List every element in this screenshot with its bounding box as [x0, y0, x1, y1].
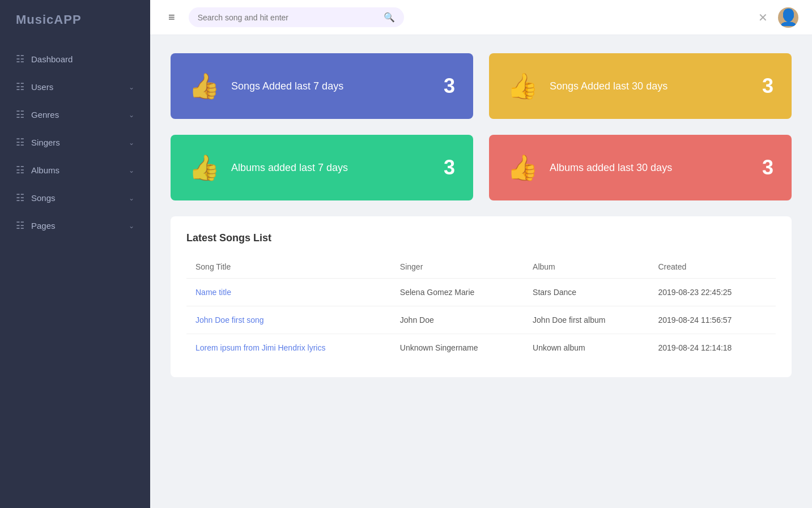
- stat-count-songs-7d: 3: [444, 74, 455, 98]
- stat-count-songs-30d: 3: [762, 74, 773, 98]
- albums-icon: ☷: [16, 164, 24, 176]
- chevron-down-icon-pages: ⌄: [129, 222, 134, 230]
- stat-count-albums-7d: 3: [444, 156, 455, 180]
- expand-icon[interactable]: ✕: [758, 11, 768, 24]
- sidebar-item-dashboard[interactable]: ☷ Dashboard: [0, 45, 150, 73]
- song-singer-0: Selena Gomez Marie: [391, 279, 524, 306]
- dashboard-icon: ☷: [16, 53, 24, 65]
- chevron-down-icon-songs: ⌄: [129, 194, 134, 202]
- sidebar-item-label-genres: Genres: [31, 110, 59, 119]
- chevron-down-icon-genres: ⌄: [129, 111, 134, 119]
- song-title-link-0[interactable]: Name title: [195, 288, 231, 297]
- chevron-down-icon-users: ⌄: [129, 83, 134, 91]
- genres-icon: ☷: [16, 109, 24, 121]
- main-area: ≡ 🔍 ✕ 👤 👍 Songs Added last 7 days 3: [150, 0, 812, 508]
- song-album-1: John Doe first album: [524, 306, 649, 334]
- songs-table-body: Name title Selena Gomez Marie Stars Danc…: [186, 279, 776, 362]
- song-created-1: 2019-08-24 11:56:57: [649, 306, 776, 334]
- search-icon: 🔍: [384, 12, 395, 23]
- chevron-down-icon-albums: ⌄: [129, 167, 134, 174]
- col-header-created: Created: [649, 255, 776, 279]
- col-header-title: Song Title: [186, 255, 391, 279]
- sidebar-item-label-songs: Songs: [31, 193, 56, 203]
- sidebar-item-label-albums: Albums: [31, 165, 59, 175]
- thumbsup-icon-albums-7d: 👍: [189, 153, 220, 182]
- stat-card-albums-7d: 👍 Albums added last 7 days 3: [171, 135, 473, 200]
- stat-cards-row-2: 👍 Albums added last 7 days 3 👍 Albums ad…: [171, 135, 792, 200]
- header: ≡ 🔍 ✕ 👤: [150, 0, 812, 35]
- songs-table: Song Title Singer Album Created Name tit…: [186, 255, 776, 361]
- songs-icon: ☷: [16, 192, 24, 204]
- stat-count-albums-30d: 3: [762, 156, 773, 180]
- sidebar-item-singers[interactable]: ☷ Singers ⌄: [0, 129, 150, 156]
- stat-label-albums-30d: Albums added last 30 days: [550, 162, 672, 174]
- song-title-link-2[interactable]: Lorem ipsum from Jimi Hendrix lyrics: [195, 343, 325, 352]
- latest-songs-title: Latest Songs List: [186, 232, 776, 244]
- hamburger-button[interactable]: ≡: [164, 8, 180, 26]
- stat-card-albums-30d: 👍 Albums added last 30 days 3: [489, 135, 792, 200]
- thumbsup-icon-songs-7d: 👍: [189, 71, 220, 101]
- content: 👍 Songs Added last 7 days 3 👍 Songs Adde…: [150, 35, 812, 508]
- sidebar-item-pages[interactable]: ☷ Pages ⌄: [0, 212, 150, 240]
- stat-label-songs-7d: Songs Added last 7 days: [231, 80, 343, 92]
- search-input[interactable]: [198, 13, 379, 22]
- song-singer-1: John Doe: [391, 306, 524, 334]
- table-row: John Doe first song John Doe John Doe fi…: [186, 306, 776, 334]
- app-logo: MusicAPP: [0, 0, 150, 40]
- sidebar-item-genres[interactable]: ☷ Genres ⌄: [0, 101, 150, 129]
- song-created-0: 2019-08-23 22:45:25: [649, 279, 776, 306]
- latest-songs-section: Latest Songs List Song Title Singer Albu…: [171, 216, 792, 377]
- sidebar-item-songs[interactable]: ☷ Songs ⌄: [0, 184, 150, 212]
- chevron-down-icon-singers: ⌄: [129, 139, 134, 147]
- sidebar-item-label-singers: Singers: [31, 138, 60, 147]
- sidebar-item-albums[interactable]: ☷ Albums ⌄: [0, 156, 150, 184]
- stat-card-songs-7d: 👍 Songs Added last 7 days 3: [171, 53, 473, 119]
- sidebar: MusicAPP ☷ Dashboard ☷ Users ⌄ ☷ Genres …: [0, 0, 150, 508]
- header-right: ✕ 👤: [758, 7, 798, 28]
- thumbsup-icon-songs-30d: 👍: [507, 71, 538, 101]
- song-singer-2: Unknown Singername: [391, 334, 524, 362]
- song-title-link-1[interactable]: John Doe first song: [195, 315, 264, 325]
- song-album-0: Stars Dance: [524, 279, 649, 306]
- search-box: 🔍: [189, 7, 404, 27]
- stat-label-songs-30d: Songs Added last 30 days: [550, 80, 668, 92]
- col-header-album: Album: [524, 255, 649, 279]
- thumbsup-icon-albums-30d: 👍: [507, 153, 538, 182]
- singers-icon: ☷: [16, 136, 24, 148]
- song-album-2: Unkown album: [524, 334, 649, 362]
- sidebar-item-label-users: Users: [31, 82, 53, 92]
- songs-table-header: Song Title Singer Album Created: [186, 255, 776, 279]
- avatar[interactable]: 👤: [778, 7, 798, 28]
- table-row: Name title Selena Gomez Marie Stars Danc…: [186, 279, 776, 306]
- stat-cards-row-1: 👍 Songs Added last 7 days 3 👍 Songs Adde…: [171, 53, 792, 119]
- sidebar-nav: ☷ Dashboard ☷ Users ⌄ ☷ Genres ⌄ ☷ Singe…: [0, 45, 150, 240]
- sidebar-item-label-dashboard: Dashboard: [31, 54, 73, 64]
- sidebar-item-users[interactable]: ☷ Users ⌄: [0, 73, 150, 101]
- sidebar-item-label-pages: Pages: [31, 221, 56, 230]
- users-icon: ☷: [16, 81, 24, 93]
- stat-card-songs-30d: 👍 Songs Added last 30 days 3: [489, 53, 792, 119]
- pages-icon: ☷: [16, 220, 24, 232]
- song-created-2: 2019-08-24 12:14:18: [649, 334, 776, 362]
- col-header-singer: Singer: [391, 255, 524, 279]
- table-row: Lorem ipsum from Jimi Hendrix lyrics Unk…: [186, 334, 776, 362]
- stat-label-albums-7d: Albums added last 7 days: [231, 162, 348, 174]
